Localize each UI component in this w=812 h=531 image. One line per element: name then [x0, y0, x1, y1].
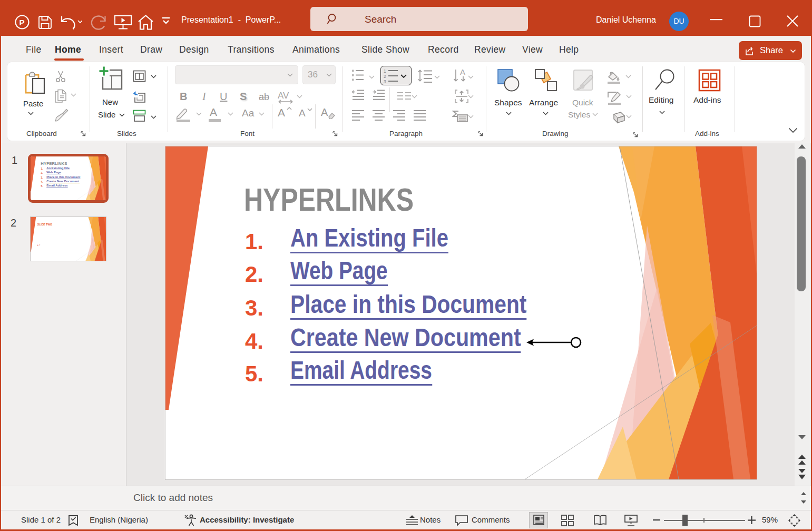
svg-text:Web Page: Web Page [46, 171, 62, 174]
svg-text:1: 1 [384, 68, 386, 74]
svg-text:3.: 3. [41, 176, 43, 179]
svg-text:An Existing File: An Existing File [46, 166, 70, 170]
svg-text:P: P [19, 18, 25, 27]
svg-text:SLIDE TWO: SLIDE TWO [37, 223, 52, 226]
svg-text:4.: 4. [41, 181, 43, 183]
svg-text:b ?: b ? [37, 244, 41, 247]
svg-text:AV: AV [278, 92, 289, 101]
svg-text:Place in this Document: Place in this Document [46, 175, 80, 179]
svg-text:A: A [460, 68, 465, 76]
svg-text:Create New Document: Create New Document [46, 180, 79, 183]
svg-text:HYPERLINKS: HYPERLINKS [41, 161, 67, 166]
svg-text:1.: 1. [41, 168, 43, 170]
svg-text:Email Address: Email Address [46, 184, 68, 187]
svg-text:5.: 5. [41, 185, 43, 188]
svg-text:3: 3 [384, 79, 386, 83]
svg-text:2: 2 [384, 74, 386, 79]
svg-text:2.: 2. [41, 172, 43, 174]
